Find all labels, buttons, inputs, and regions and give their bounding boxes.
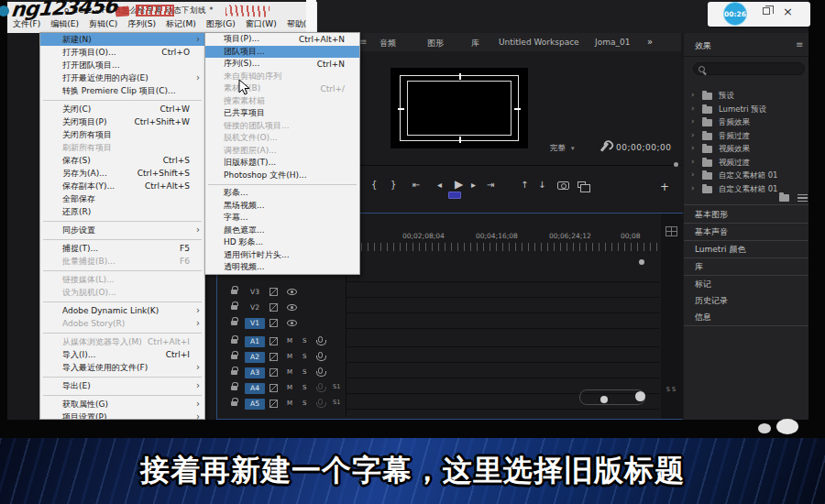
expand-chevron-icon[interactable]: › — [691, 157, 695, 166]
sync-lock-icon[interactable] — [270, 400, 278, 408]
file-menu-item[interactable]: 批量捕捉(B)...F6 — [40, 255, 204, 268]
new-submenu-item[interactable]: 搜索素材箱 — [205, 95, 359, 108]
track-name[interactable]: V1 — [245, 318, 265, 329]
scrollbar-handle[interactable] — [600, 396, 608, 403]
menubar-item[interactable]: 剪辑(C) — [89, 18, 117, 32]
sync-lock-icon[interactable] — [270, 303, 278, 312]
new-submenu-item[interactable]: 链接的团队项目... — [205, 120, 359, 133]
mute-button[interactable]: M — [287, 368, 292, 376]
workspace-tab[interactable]: Untitled Workspace — [499, 38, 579, 47]
go-to-out-icon[interactable]: ⇥ — [487, 180, 494, 190]
file-menu-item[interactable]: 捕捉(T)...F5 — [40, 242, 204, 255]
voiceover-mic-icon[interactable] — [318, 336, 323, 343]
file-menu-item[interactable]: 保存副本(Y)...Ctrl+Alt+S — [40, 180, 204, 192]
menubar-item[interactable]: 窗口(W) — [246, 18, 277, 32]
lift-icon[interactable]: ↑ — [521, 180, 528, 190]
lock-icon[interactable] — [231, 386, 237, 390]
sync-lock-icon[interactable] — [270, 353, 278, 361]
mark-out-icon[interactable]: } — [390, 180, 396, 190]
lock-icon[interactable] — [231, 401, 237, 406]
expand-chevron-icon[interactable]: › — [691, 170, 695, 179]
new-submenu-item[interactable]: 来自剪辑的序列 — [205, 71, 359, 83]
mark-in-icon[interactable]: { — [371, 180, 377, 190]
file-menu-item[interactable]: 导入最近使用的文件(F)› — [40, 361, 204, 374]
toggle-track-output-eye-icon[interactable] — [287, 289, 297, 295]
file-menu-item[interactable]: 另存为(A)...Ctrl+Shift+S — [40, 167, 204, 180]
panel-tab[interactable]: 标记 — [684, 276, 808, 293]
file-menu-item[interactable]: 打开团队项目... — [40, 59, 204, 71]
panel-tab[interactable]: 基本声音 — [684, 224, 808, 241]
new-submenu-item[interactable]: Photoshop 文件(H)... — [205, 170, 359, 182]
button-editor-icon[interactable] — [578, 181, 586, 188]
scrollbar-handle[interactable] — [635, 391, 645, 401]
new-submenu-item[interactable]: 透明视频... — [205, 261, 359, 274]
new-submenu-item[interactable]: 脱机文件(O)... — [205, 132, 359, 145]
voiceover-mic-icon[interactable] — [318, 352, 323, 358]
expand-chevron-icon[interactable]: › — [691, 130, 695, 139]
file-menu-item[interactable]: 关闭项目(P)Ctrl+Shift+W — [40, 115, 204, 128]
lock-icon[interactable] — [231, 305, 237, 310]
file-menu-item[interactable]: Adobe Dynamic Link(K)› — [40, 304, 204, 317]
new-submenu-item[interactable]: 字幕... — [205, 212, 359, 225]
solo-button[interactable]: S — [302, 368, 306, 376]
step-forward-icon[interactable]: ▸ — [471, 180, 476, 190]
file-menu-item[interactable]: 获取属性(G)› — [40, 398, 204, 411]
track-name[interactable]: A5 — [245, 399, 265, 410]
new-submenu-item[interactable]: 彩条... — [205, 187, 359, 200]
new-submenu-item[interactable]: 团队项目... — [205, 46, 359, 59]
menubar-item[interactable]: 编辑(E) — [50, 18, 79, 32]
new-submenu-item[interactable]: 序列(S)...Ctrl+N — [205, 58, 359, 71]
file-menu-item[interactable]: 全部保存 — [40, 192, 204, 205]
extract-icon[interactable]: ↓ — [538, 180, 545, 190]
effects-folder-row[interactable]: ›自定义素材箱 01 — [691, 170, 808, 182]
track-name[interactable]: A4 — [245, 383, 265, 394]
toggle-track-output-eye-icon[interactable] — [287, 320, 297, 326]
workspace-tab[interactable]: 图形 — [427, 38, 444, 49]
workspace-tab[interactable]: 音频 — [380, 38, 396, 49]
file-menu-item[interactable]: 关闭(C)Ctrl+W — [40, 103, 204, 115]
settings-wrench-icon[interactable] — [600, 142, 609, 151]
step-back-icon[interactable]: ◂ — [437, 180, 442, 190]
effects-folder-row[interactable]: ›音频过渡 — [691, 130, 808, 143]
file-menu-item[interactable]: 刷新所有项目 — [40, 141, 204, 154]
solo-button[interactable]: S — [302, 384, 306, 391]
file-menu-item[interactable]: 链接媒体(L)... — [40, 273, 204, 286]
sync-lock-icon[interactable] — [270, 319, 278, 327]
new-submenu-item[interactable]: 颜色遮罩... — [205, 225, 359, 237]
file-menu-item[interactable]: 导入(I)...Ctrl+I — [40, 348, 204, 361]
effects-folder-row[interactable]: ›视频过渡 — [691, 157, 808, 170]
new-custom-bin-icon[interactable] — [779, 194, 789, 202]
menubar-item[interactable]: 标记(M) — [166, 18, 196, 32]
file-menu-item[interactable]: 打开最近使用的内容(E)› — [40, 71, 204, 84]
list-view-icon[interactable] — [798, 194, 808, 203]
panel-resize-dot[interactable] — [674, 162, 678, 167]
new-submenu-item[interactable]: 黑场视频... — [205, 200, 359, 213]
file-menu-item[interactable]: 从媒体浏览器导入(M)Ctrl+Alt+I — [40, 335, 204, 348]
expand-chevron-icon[interactable]: › — [691, 143, 695, 152]
file-menu-item[interactable]: 还原(R) — [40, 205, 204, 218]
panel-tab[interactable]: 信息 — [684, 309, 808, 326]
close-icon[interactable]: × — [783, 5, 793, 18]
maximize-icon[interactable] — [763, 7, 770, 15]
mute-button[interactable]: M — [287, 400, 292, 407]
panel-tab[interactable]: 基本图形 — [684, 206, 808, 224]
file-menu-item[interactable]: 关闭所有项目 — [40, 128, 204, 141]
sync-lock-icon[interactable] — [270, 288, 278, 296]
workspace-overflow-icon[interactable]: » — [647, 37, 653, 47]
file-menu-item[interactable]: 设为脱机(O)... — [40, 286, 204, 299]
track-name[interactable]: A2 — [245, 352, 265, 363]
track-height-grid-icon[interactable] — [666, 226, 677, 236]
file-menu-item[interactable]: 转换 Premiere Clip 项目(C)... — [40, 84, 204, 97]
file-menu-item[interactable]: 保存(S)Ctrl+S — [40, 154, 204, 167]
track-name[interactable]: A3 — [245, 367, 265, 378]
lock-icon[interactable] — [231, 370, 237, 375]
workspace-tab[interactable]: 库 — [471, 38, 479, 49]
file-menu-item[interactable]: 同步设置› — [40, 224, 204, 236]
expand-chevron-icon[interactable]: › — [691, 104, 695, 113]
sync-lock-icon[interactable] — [270, 384, 278, 392]
go-to-in-icon[interactable]: ⇤ — [412, 180, 420, 190]
mute-button[interactable]: M — [287, 337, 292, 345]
lock-icon[interactable] — [231, 321, 237, 325]
solo-button[interactable]: S — [302, 353, 306, 360]
panel-menu-icon[interactable]: ≡ — [796, 39, 803, 49]
